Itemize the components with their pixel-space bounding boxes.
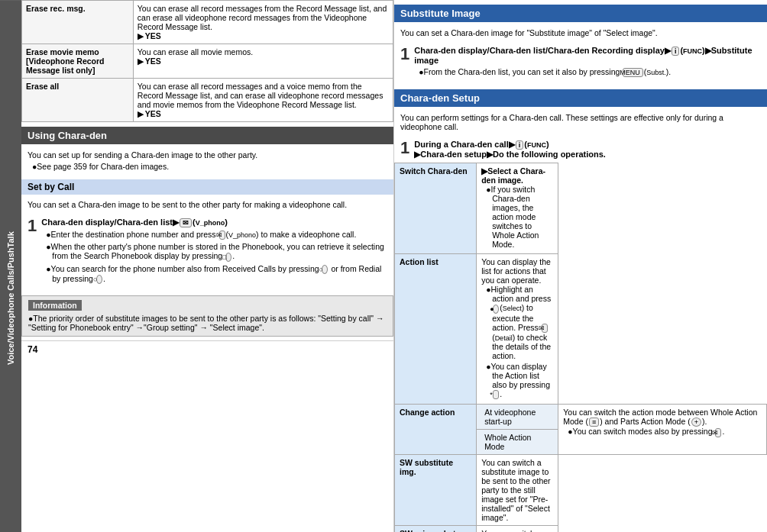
step1-set-by-call: 1 Chara-den display/Chara-den list▶✉(V_p… — [21, 214, 393, 292]
erase-all-content: You can erase all record messages and a … — [133, 79, 393, 122]
sw-orig-label: SW orig. subst. img. — [395, 526, 477, 532]
set-by-call-desc: You can set a Chara-den image to be sent… — [28, 200, 387, 209]
arrow-icon: ▶ — [138, 31, 144, 40]
step-number: 1 — [400, 46, 409, 63]
substitute-image-body: You can set a Chara-den image for "Subst… — [394, 25, 767, 43]
table-row: Erase movie memo [Videophone Record Mess… — [22, 44, 393, 79]
switch-chara-den-content: ▶Select a Chara-den image. ●If you switc… — [477, 163, 558, 254]
action-bullet-2: ●You can display the Action list also by… — [481, 362, 553, 399]
step-detail-1: ●Enter the destination phone number and … — [41, 230, 387, 240]
action-list-label: Action list — [395, 254, 477, 405]
func-button-i[interactable]: i — [672, 47, 680, 56]
set-by-call-body: You can set a Chara-den image to be sent… — [21, 197, 393, 214]
func-button[interactable]: ✉ — [180, 218, 192, 227]
chara-den-table: Switch Chara-den ▶Select a Chara-den ima… — [394, 163, 767, 532]
detail-button[interactable]: ✉ — [542, 324, 548, 333]
step1-substitute: 1 Chara-den display/Chara-den list/Chara… — [394, 43, 767, 85]
step-instruction: Chara-den display/Chara-den list▶✉(V_pho… — [41, 218, 228, 227]
step-instruction: During a Chara-den call▶i(FUNC)▶Chara-de… — [414, 140, 606, 159]
substitute-image-desc: You can set a Chara-den image for "Subst… — [400, 28, 761, 37]
columns-layout: Erase rec. msg. You can erase all record… — [21, 0, 767, 532]
erase-rec-label: Erase rec. msg. — [22, 1, 134, 44]
switch-bullet: ●If you switch Chara-den images, the act… — [481, 185, 553, 249]
func-button-i2[interactable]: i — [516, 140, 524, 150]
step-instruction: Chara-den display/Chara-den list/Chara-d… — [414, 46, 752, 65]
table-row: SW substitute img. You can switch a subs… — [395, 455, 767, 526]
step-number: 1 — [400, 140, 409, 156]
change-action-sub1: At videophone start-up — [477, 405, 558, 430]
change-action-label: Change action — [395, 405, 477, 455]
table-row: Change action At videophone start-up You… — [395, 405, 767, 430]
main-content: Erase rec. msg. You can erase all record… — [21, 0, 767, 532]
substitute-image-title: Substitute Image — [400, 8, 481, 19]
table-row: Erase rec. msg. You can erase all record… — [22, 1, 393, 44]
square-button[interactable]: □ — [225, 253, 231, 262]
circle-button1[interactable]: ○ — [322, 265, 328, 274]
table-row: Erase all You can erase all record messa… — [22, 79, 393, 122]
arrow-icon: ▶ — [138, 56, 144, 66]
step-details: ●Enter the destination phone number and … — [41, 227, 387, 289]
using-chara-den-title: Using Chara-den — [28, 130, 107, 141]
step-content: Chara-den display/Chara-den list/Chara-d… — [414, 46, 761, 82]
circle-button2[interactable]: ○ — [96, 275, 102, 284]
chara-den-setup-title: Chara-den Setup — [400, 92, 480, 104]
plus-icon[interactable]: + — [691, 418, 701, 427]
chara-den-setup-desc: You can perform settings for a Chara-den… — [400, 113, 761, 131]
using-chara-den-body: You can set up for sending a Chara-den i… — [21, 147, 393, 176]
info-label: Information — [28, 300, 82, 311]
step1-chara-den-setup: 1 During a Chara-den call▶i(FUNC)▶Chara-… — [394, 137, 767, 163]
change-action-content: You can switch the action mode between W… — [558, 405, 767, 455]
select-button[interactable]: ● — [493, 305, 499, 314]
page-number: 74 — [21, 340, 393, 358]
erase-table: Erase rec. msg. You can erase all record… — [21, 0, 393, 122]
action-list-content: You can display the list for actions tha… — [477, 254, 558, 405]
action-bullet-1: ●Highlight an action and press ●(Select)… — [481, 285, 553, 360]
menu-button[interactable]: MENU — [623, 68, 643, 77]
arrow-icon: ▶ — [138, 109, 144, 118]
mail-icon[interactable]: ✉ — [715, 428, 721, 437]
step-number: 1 — [28, 218, 37, 234]
sw-substitute-content: You can switch a substitute image to be … — [477, 455, 558, 526]
erase-movie-content: You can erase all movie memos. ▶YES — [133, 44, 393, 79]
erase-rec-content: You can erase all record messages from t… — [133, 1, 393, 44]
menu-icon[interactable]: ≡ — [589, 418, 599, 427]
substitute-image-header: Substitute Image — [394, 5, 767, 22]
erase-table-section: Erase rec. msg. You can erase all record… — [21, 0, 393, 122]
change-action-sub2: Whole Action Mode — [477, 430, 558, 455]
table-row: SW orig. subst. img. You can switch a su… — [395, 526, 767, 532]
step-detail-3: ●You can search for the phone number als… — [41, 264, 387, 284]
chara-den-setup-header: Chara-den Setup — [394, 89, 767, 107]
sw-orig-content: You can switch a substitute image to be … — [477, 526, 558, 532]
chara-den-setup-body: You can perform settings for a Chara-den… — [394, 110, 767, 137]
mail-button[interactable]: ✉ — [219, 231, 225, 240]
table-row: Action list You can display the list for… — [395, 254, 767, 405]
erase-movie-label: Erase movie memo [Videophone Record Mess… — [22, 44, 134, 79]
using-chara-den-bullet: ●See page 359 for Chara-den images. — [28, 162, 387, 171]
info-text: ●The priority order of substitute images… — [28, 314, 387, 332]
switch-chara-den-label: Switch Chara-den — [395, 163, 477, 254]
change-bullet: ●You can switch modes also by pressing ✉… — [563, 427, 762, 437]
substitute-bullet: ●From the Chara-den list, you can set it… — [414, 67, 761, 77]
step-content: During a Chara-den call▶i(FUNC)▶Chara-de… — [414, 140, 761, 160]
sidebar-text: Voice/Videophone Calls/PushTalk — [6, 232, 15, 366]
information-box: Information ●The priority order of subst… — [21, 295, 393, 337]
using-chara-den-desc: You can set up for sending a Chara-den i… — [28, 150, 387, 160]
sw-substitute-label: SW substitute img. — [395, 455, 477, 526]
set-by-call-title: Set by Call — [28, 182, 74, 192]
right-column: Substitute Image You can set a Chara-den… — [394, 0, 767, 532]
erase-all-label: Erase all — [22, 79, 134, 122]
set-by-call-header: Set by Call — [21, 179, 393, 195]
step-details: ●From the Chara-den list, you can set it… — [414, 65, 761, 82]
table-row: Switch Chara-den ▶Select a Chara-den ima… — [395, 163, 767, 254]
left-column: Erase rec. msg. You can erase all record… — [21, 0, 394, 532]
step-detail-2: ●When the other party's phone number is … — [41, 242, 387, 261]
using-chara-den-header: Using Chara-den — [21, 127, 393, 144]
sidebar-label: Voice/Videophone Calls/PushTalk — [0, 0, 21, 532]
star-button[interactable]: * — [493, 390, 499, 399]
step-content: Chara-den display/Chara-den list▶✉(V_pho… — [41, 218, 387, 289]
